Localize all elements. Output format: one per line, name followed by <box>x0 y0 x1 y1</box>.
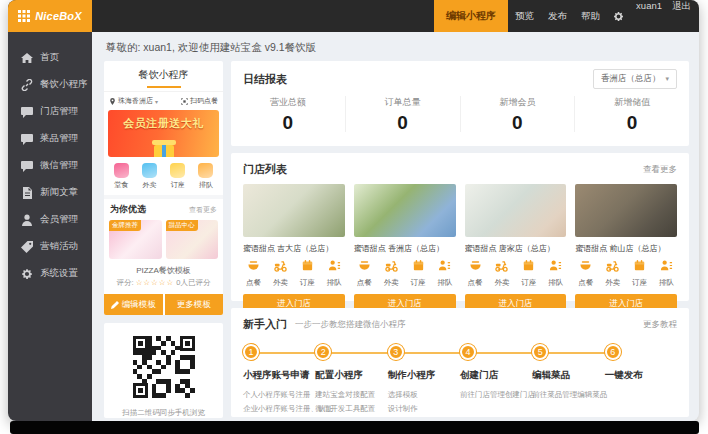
settings-gear-icon[interactable] <box>607 0 630 32</box>
store-action-order-plate[interactable]: 点餐 <box>357 258 372 288</box>
topbar-help-link[interactable]: 帮助 <box>574 10 607 23</box>
delivery-scooter-icon <box>606 258 619 276</box>
store-photo[interactable] <box>354 184 456 237</box>
content-row: 餐饮小程序 珠海香洲店 ▾ 扫码点餐 <box>92 61 699 417</box>
step-item-link[interactable]: 建站宝盒对接配置 <box>315 388 387 402</box>
store-action-reserve-seat[interactable]: 订座 <box>411 258 426 288</box>
rating-count: 0人已评分 <box>176 278 210 287</box>
store-action-queue-people[interactable]: 排队 <box>327 258 342 288</box>
picks-title: 为你优选 <box>110 203 146 216</box>
guide-title: 新手入门 <box>243 317 287 332</box>
sidebar-item-5[interactable]: 微信管理 <box>8 152 92 179</box>
store-action-delivery-scooter[interactable]: 外卖 <box>384 258 399 288</box>
sidebar-item-8[interactable]: 营销活动 <box>8 233 92 260</box>
main-content: 尊敬的: xuan1, 欢迎使用建站宝盒 v9.1餐饮版 餐饮小程序 珠海香洲店… <box>92 32 699 421</box>
step-item-link[interactable]: 前往菜品管理编辑菜品 <box>532 388 604 402</box>
store-action-order-plate[interactable]: 点餐 <box>578 258 593 288</box>
gear-icon <box>21 268 33 280</box>
store-action-queue-people[interactable]: 排队 <box>548 258 563 288</box>
stat-label: 订单总量 <box>346 96 460 109</box>
category-label: 堂食 <box>114 180 128 190</box>
store-action-queue-people[interactable]: 排队 <box>659 258 674 288</box>
step-title: 创建门店 <box>460 369 532 382</box>
sidebar-item-1[interactable]: 首页 <box>8 44 92 71</box>
stores-header: 门店列表 查看更多 <box>231 153 689 177</box>
sidebar-item-2[interactable]: 餐饮小程序 <box>8 71 92 98</box>
store-action-order-plate[interactable]: 点餐 <box>246 258 261 288</box>
topbar: NiceBoX 编辑小程序 预览发布帮助 xuan1 退出 <box>8 0 699 32</box>
store-action-order-plate[interactable]: 点餐 <box>468 258 483 288</box>
pencil-icon <box>111 301 119 309</box>
stat-value: 0 <box>346 113 460 132</box>
step-item-link[interactable]: 微信公众号注册、认证小程序 <box>243 417 315 418</box>
step-item-link[interactable]: 前往门店管理创建门店 <box>460 388 532 402</box>
store-action-label: 订座 <box>632 278 647 288</box>
topbar-publish-link[interactable]: 发布 <box>541 10 574 23</box>
guide-steps: 1小程序账号申请个人小程序账号注册企业小程序账号注册、认证微信公众号注册、认证小… <box>243 344 677 417</box>
preview-category-2[interactable]: 外卖 <box>142 163 157 190</box>
step-item-link[interactable]: 企业小程序账号注册、认证 <box>243 402 315 416</box>
store-filter-dropdown[interactable]: 香洲店（总店） ▾ <box>593 69 677 89</box>
store-name: 蜜语甜点 唐家店（总店） <box>465 243 567 254</box>
store-action-queue-people[interactable]: 排队 <box>437 258 452 288</box>
category-cup-icon <box>198 163 213 178</box>
store-action-delivery-scooter[interactable]: 外卖 <box>494 258 509 288</box>
app-window: NiceBoX 编辑小程序 预览发布帮助 xuan1 退出 首页餐饮小程序门店管… <box>8 0 699 421</box>
store-actions: 点餐外卖订座排队 <box>354 258 456 288</box>
image-tag: 甜品中心 <box>166 220 198 231</box>
store-action-reserve-seat[interactable]: 订座 <box>521 258 536 288</box>
sidebar-item-7[interactable]: 会员管理 <box>8 206 92 233</box>
sidebar-item-4[interactable]: 菜品管理 <box>8 125 92 152</box>
store-location-selector[interactable]: 珠海香洲店 ▾ <box>109 96 158 106</box>
guide-step-2: 2配置小程序建站宝盒对接配置微信开发工具配置 <box>315 344 387 417</box>
topbar-preview-link[interactable]: 预览 <box>508 10 541 23</box>
sidebar-item-6[interactable]: 新闻文章 <box>8 179 92 206</box>
store-action-reserve-seat[interactable]: 订座 <box>632 258 647 288</box>
step-item-link[interactable]: 微信开发工具配置 <box>315 402 387 416</box>
member-gift-banner[interactable]: 会员注册送大礼 <box>108 110 219 157</box>
delivery-scooter-icon <box>274 258 287 276</box>
rating-stars[interactable]: ☆☆☆☆☆ <box>136 278 175 287</box>
stores-grid: 蜜语甜点 吉大店（总店）点餐外卖订座排队进入门店蜜语甜点 香洲店（总店）点餐外卖… <box>231 177 689 313</box>
guide-step-4: 4创建门店前往门店管理创建门店 <box>460 344 532 417</box>
store-photo[interactable] <box>243 184 345 237</box>
sidebar-item-3[interactable]: 门店管理 <box>8 98 92 125</box>
category-cup-icon <box>114 163 129 178</box>
dessert-image[interactable]: 甜品中心 <box>166 220 219 259</box>
preview-category-3[interactable]: 订座 <box>170 163 185 190</box>
sidebar-item-9[interactable]: 系统设置 <box>8 260 92 287</box>
app-logo[interactable]: NiceBoX <box>8 0 92 32</box>
store-action-reserve-seat[interactable]: 订座 <box>300 258 315 288</box>
miniprogram-preview-card: 餐饮小程序 珠海香洲店 ▾ 扫码点餐 <box>104 61 223 315</box>
gift-box-icon <box>154 145 174 157</box>
more-templates-button[interactable]: 更多模板 <box>165 294 224 315</box>
guide-more-link[interactable]: 更多教程 <box>643 319 677 331</box>
dessert-image[interactable]: 金牌推荐 <box>109 220 162 259</box>
delivery-scooter-icon <box>385 258 398 276</box>
queue-people-icon <box>328 258 341 276</box>
picks-more-link[interactable]: 查看更多 <box>189 205 217 215</box>
store-photo[interactable] <box>465 184 567 237</box>
step-item-link[interactable]: 选择模板 <box>388 388 460 402</box>
preview-category-4[interactable]: 排队 <box>198 163 213 190</box>
username[interactable]: xuan1 <box>630 0 668 32</box>
store-action-delivery-scooter[interactable]: 外卖 <box>273 258 288 288</box>
store-action-label: 外卖 <box>384 278 399 288</box>
report-stats: 营业总额0订单总量0新增会员0新增储值0 <box>231 96 689 132</box>
sidebar-item-label: 系统设置 <box>40 267 78 280</box>
template-buttons: 编辑模板 更多模板 <box>104 294 223 315</box>
queue-people-icon <box>660 258 673 276</box>
store-photo[interactable] <box>575 184 677 237</box>
logout-link[interactable]: 退出 <box>668 0 699 32</box>
edit-miniprogram-button[interactable]: 编辑小程序 <box>434 0 508 32</box>
edit-template-button[interactable]: 编辑模板 <box>104 294 163 315</box>
preview-title: 餐饮小程序 <box>104 61 223 82</box>
scan-order-link[interactable]: 扫码点餐 <box>181 96 218 106</box>
order-plate-icon <box>579 258 592 276</box>
preview-category-1[interactable]: 堂食 <box>114 163 129 190</box>
stores-more-link[interactable]: 查看更多 <box>643 164 677 176</box>
step-item-link[interactable]: 设计制作 <box>388 402 460 416</box>
step-item-link[interactable]: 个人小程序账号注册 <box>243 388 315 402</box>
store-action-delivery-scooter[interactable]: 外卖 <box>605 258 620 288</box>
guide-subtitle: 一步一步教您搭建微信小程序 <box>295 319 406 331</box>
